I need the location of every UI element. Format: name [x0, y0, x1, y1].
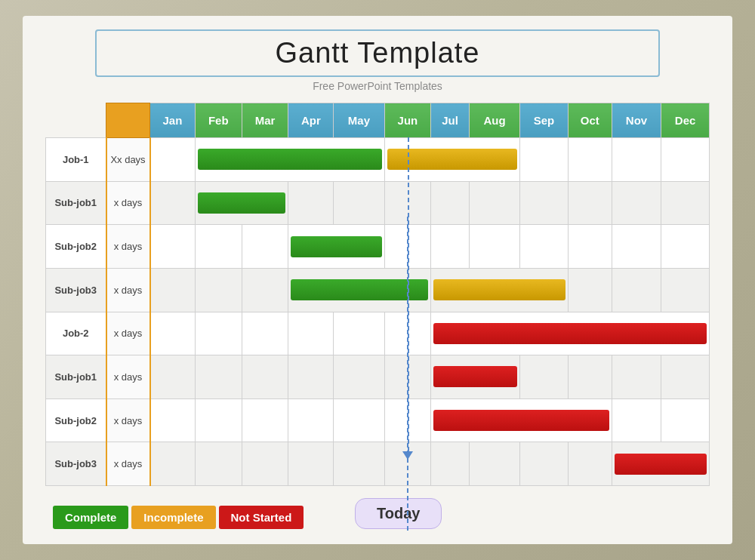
th-jan: Jan	[150, 103, 196, 138]
job-name: Sub-job2	[46, 398, 106, 442]
legend-complete: Complete	[53, 506, 128, 529]
cell-feb-mar	[195, 181, 288, 225]
cell-apr	[288, 312, 334, 355]
job-name: Job-2	[46, 312, 106, 355]
cell-dec	[661, 225, 710, 269]
cell-oct	[568, 181, 612, 225]
cell-nov-dec	[612, 442, 709, 486]
cell-aug	[469, 442, 519, 486]
cell-apr	[288, 181, 334, 225]
cell-jan	[150, 225, 196, 269]
cell-jan	[150, 442, 196, 486]
table-row: Sub-job2 x days	[46, 225, 710, 269]
cell-jan	[150, 181, 196, 225]
job-name: Sub-job3	[46, 442, 106, 486]
job-days: x days	[106, 355, 150, 399]
cell-nov	[612, 398, 661, 442]
cell-may	[334, 312, 384, 355]
cell-mar	[242, 442, 288, 486]
cell-jul-dec	[431, 312, 710, 355]
header-row: Jan Feb Mar Apr May Jun Jul Aug Sep Oct …	[46, 103, 710, 138]
legend-incomplete: Incomplete	[131, 506, 215, 529]
cell-feb	[195, 398, 242, 442]
cell-jun-aug	[384, 138, 520, 182]
cell-nov	[612, 225, 661, 269]
cell-oct	[568, 138, 612, 182]
th-oct: Oct	[568, 103, 612, 138]
cell-mar	[242, 225, 288, 269]
cell-mar	[242, 312, 288, 355]
gantt-table: Jan Feb Mar Apr May Jun Jul Aug Sep Oct …	[45, 103, 710, 486]
cell-oct	[568, 442, 612, 486]
cell-sep	[520, 138, 569, 182]
th-mar: Mar	[242, 103, 288, 138]
slide: Gantt Template Free PowerPoint Templates…	[23, 16, 732, 544]
th-days	[106, 103, 150, 138]
cell-mar	[242, 398, 288, 442]
job-days: x days	[106, 181, 150, 225]
cell-jul	[431, 225, 470, 269]
cell-sep	[520, 442, 569, 486]
job-name: Sub-job1	[46, 181, 106, 225]
cell-feb-may	[195, 138, 384, 182]
cell-feb	[195, 225, 242, 269]
cell-dec	[661, 268, 710, 312]
cell-jul-sep	[431, 268, 568, 312]
th-sep: Sep	[520, 103, 569, 138]
cell-may	[334, 181, 384, 225]
th-may: May	[334, 103, 384, 138]
job-days: x days	[106, 442, 150, 486]
cell-apr-jun	[288, 268, 431, 312]
th-label	[46, 103, 106, 138]
job-name: Job-1	[46, 138, 106, 182]
cell-jun	[384, 225, 431, 269]
table-row: Job-1 Xx days	[46, 138, 710, 182]
table-row: Sub-job2 x days	[46, 398, 710, 442]
th-jul: Jul	[431, 103, 470, 138]
legend: Complete Incomplete Not Started	[53, 506, 307, 529]
cell-aug	[469, 181, 519, 225]
cell-jul-aug	[431, 355, 520, 399]
table-row: Sub-job1 x days	[46, 181, 710, 225]
th-jun: Jun	[384, 103, 431, 138]
today-container: Today	[355, 498, 442, 529]
cell-apr-may	[288, 225, 384, 269]
subtitle: Free PowerPoint Templates	[313, 80, 442, 92]
cell-may	[334, 355, 384, 399]
cell-jan	[150, 398, 196, 442]
cell-jun	[384, 181, 431, 225]
legend-not-started: Not Started	[219, 506, 304, 529]
title-box: Gantt Template	[95, 29, 660, 77]
table-row: Sub-job3 x days	[46, 268, 710, 312]
cell-mar	[242, 268, 288, 312]
cell-feb	[195, 268, 242, 312]
cell-dec	[661, 138, 710, 182]
gantt-container: Jan Feb Mar Apr May Jun Jul Aug Sep Oct …	[45, 103, 710, 529]
cell-oct	[568, 355, 612, 399]
cell-jul	[431, 442, 470, 486]
job-name: Sub-job1	[46, 355, 106, 399]
th-feb: Feb	[195, 103, 242, 138]
cell-dec	[661, 355, 710, 399]
cell-nov	[612, 181, 661, 225]
cell-jun	[384, 442, 431, 486]
th-nov: Nov	[612, 103, 661, 138]
cell-jan	[150, 138, 196, 182]
page-title: Gantt Template	[275, 37, 479, 69]
cell-feb	[195, 312, 242, 355]
job-days: Xx days	[106, 138, 150, 182]
job-days: x days	[106, 312, 150, 355]
cell-oct	[568, 225, 612, 269]
cell-dec	[661, 181, 710, 225]
job-days: x days	[106, 268, 150, 312]
cell-jul-oct	[431, 398, 612, 442]
cell-jan	[150, 268, 196, 312]
job-name: Sub-job3	[46, 268, 106, 312]
cell-jun	[384, 355, 431, 399]
table-row: Sub-job1 x days	[46, 355, 710, 399]
cell-feb	[195, 355, 242, 399]
cell-apr	[288, 442, 334, 486]
cell-jul	[431, 181, 470, 225]
job-days: x days	[106, 225, 150, 269]
job-name: Sub-job2	[46, 225, 106, 269]
